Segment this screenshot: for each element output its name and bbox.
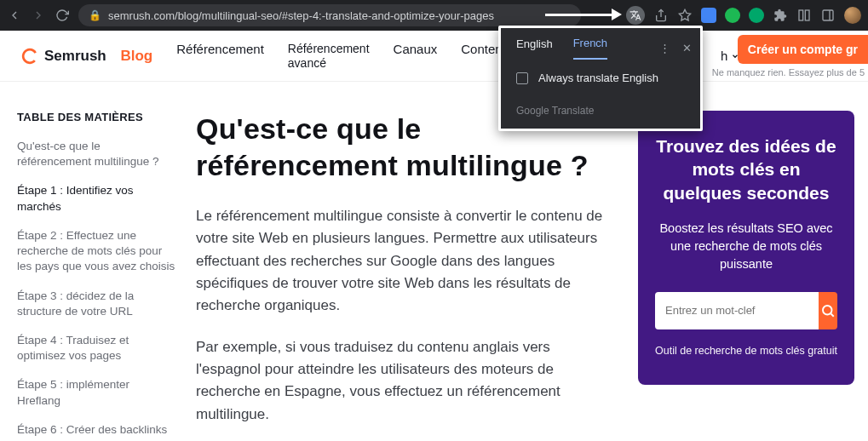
toc-item[interactable]: Qu'est-ce que le référencement multiling… [17, 139, 175, 169]
forward-icon[interactable] [31, 8, 46, 23]
translate-footer: Google Translate [501, 96, 700, 129]
logo[interactable]: Semrush Blog [20, 47, 152, 66]
toc-item[interactable]: Étape 3 : décidez de la structure de vot… [17, 289, 175, 319]
toc-item[interactable]: Étape 4 : Traduisez et optimisez vos pag… [17, 333, 175, 364]
logo-icon [20, 47, 39, 66]
logo-brand: Semrush [44, 48, 106, 65]
article: Qu'est-ce que le référencement multiling… [196, 111, 618, 441]
svg-point-6 [823, 306, 832, 315]
svg-marker-1 [679, 9, 690, 20]
extensions-icon[interactable] [773, 8, 788, 23]
article-paragraph: Par exemple, si vous traduisez du conten… [196, 336, 618, 426]
kebab-icon[interactable]: ⋮ [659, 42, 670, 54]
article-paragraph: Le référencement multilingue consiste à … [196, 205, 618, 318]
toc-title: TABLE DES MATIÈRES [17, 111, 175, 123]
address-bar[interactable]: 🔒 semrush.com/blog/multilingual-seo/#ste… [78, 4, 581, 26]
reload-icon[interactable] [55, 8, 70, 23]
promo-footer: Outil de recherche de mots clés gratuit [655, 345, 837, 357]
svg-rect-4 [823, 10, 833, 20]
toc-item[interactable]: Étape 2 : Effectuez une recherche de mot… [17, 228, 175, 275]
promo-heading: Trouvez des idées de mots clés en quelqu… [655, 135, 837, 204]
translate-tab-french[interactable]: French [573, 37, 607, 60]
back-icon[interactable] [7, 8, 22, 23]
star-icon[interactable] [677, 8, 693, 23]
nav-referencement[interactable]: Référencement [176, 42, 264, 69]
url-text: semrush.com/blog/multilingual-seo/#step-… [108, 9, 494, 22]
table-of-contents: TABLE DES MATIÈRES Qu'est-ce que le réfé… [17, 111, 175, 441]
translate-icon[interactable] [626, 6, 645, 25]
promo-card: Trouvez des idées de mots clés en quelqu… [638, 111, 854, 385]
toc-item[interactable]: Étape 1 : Identifiez vos marchés [17, 183, 175, 214]
browser-toolbar: 🔒 semrush.com/blog/multilingual-seo/#ste… [0, 0, 868, 31]
bookmarks-icon[interactable] [796, 8, 812, 23]
main-nav: Référencement Référencement avancé Canau… [176, 42, 509, 69]
sidepanel-icon[interactable] [820, 8, 836, 23]
extension-icon[interactable] [749, 8, 764, 23]
share-icon[interactable] [653, 8, 669, 23]
svg-rect-3 [805, 10, 809, 20]
search-icon [820, 303, 836, 318]
page-body: TABLE DES MATIÈRES Qu'est-ce que le réfé… [0, 82, 868, 441]
profile-avatar[interactable] [844, 7, 861, 24]
annotation-arrow [545, 10, 622, 19]
always-translate-checkbox[interactable] [516, 72, 528, 84]
promo-search [655, 292, 837, 329]
keyword-search-button[interactable] [819, 292, 837, 329]
svg-line-7 [831, 313, 833, 316]
translate-tab-english[interactable]: English [516, 37, 553, 59]
nav-referencement-avance[interactable]: Référencement avancé [288, 42, 370, 69]
lock-icon: 🔒 [89, 9, 101, 21]
nav-canaux[interactable]: Canaux [394, 42, 438, 69]
header-subnote: Ne manquez rien. Essayez plus de 5 [712, 67, 868, 77]
toc-item[interactable]: Étape 5 : implémenter Hreflang [17, 377, 175, 408]
svg-rect-2 [799, 10, 803, 20]
close-icon[interactable]: ✕ [682, 42, 692, 54]
site-header: Semrush Blog Référencement Référencement… [0, 31, 868, 82]
keyword-input[interactable] [655, 292, 819, 329]
create-account-button[interactable]: Créer un compte gr [738, 35, 868, 64]
browser-actions [626, 6, 861, 25]
always-translate-label: Always translate English [538, 72, 658, 84]
promo-text: Boostez les résultats SEO avec une reche… [655, 220, 837, 273]
extension-icon[interactable] [701, 8, 716, 23]
translate-popup: English French ⋮ ✕ Always translate Engl… [498, 26, 703, 131]
logo-blog: Blog [120, 48, 152, 65]
extension-icon[interactable] [725, 8, 740, 23]
toc-item[interactable]: Étape 6 : Créer des backlinks [17, 422, 175, 438]
